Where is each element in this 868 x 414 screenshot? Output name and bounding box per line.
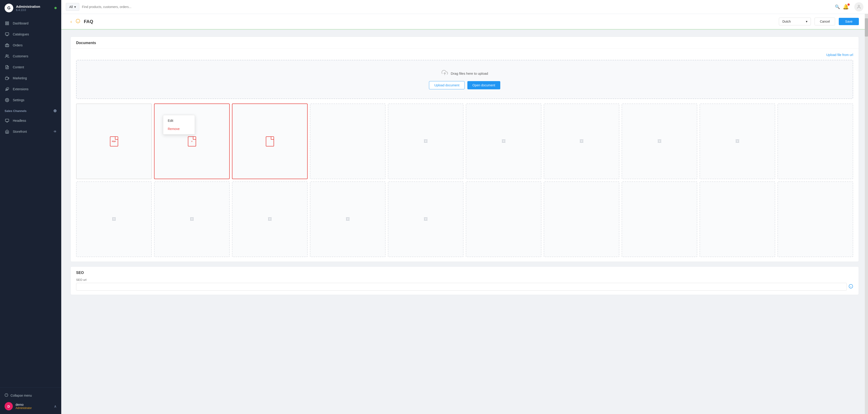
image-placeholder-icon-6: 🖼: [502, 139, 506, 144]
sidebar-item-storefront[interactable]: Storefront 👁: [0, 126, 61, 137]
svg-point-5: [6, 55, 7, 56]
sidebar-item-storefront-label: Storefront: [13, 130, 27, 133]
image-placeholder-icon-11: 🖼: [112, 217, 116, 222]
customers-icon: [5, 54, 9, 59]
sidebar-item-headless[interactable]: Headless: [0, 115, 61, 126]
pdf-file-icon: PDF: [110, 136, 118, 147]
sidebar: G Administration 6.4.13.0 Dashboard Cata…: [0, 0, 61, 414]
collapse-icon: [5, 393, 8, 397]
open-document-button[interactable]: Open document: [467, 81, 500, 89]
pdf-file-icon-3: [266, 136, 274, 147]
upload-document-button[interactable]: Upload document: [429, 81, 465, 89]
file-cell-14[interactable]: 🖼: [310, 182, 385, 257]
storefront-icon: [5, 129, 9, 134]
sidebar-item-customers-label: Customers: [13, 54, 28, 58]
sidebar-item-catalogues[interactable]: Catalogues: [0, 29, 61, 40]
seo-url-input[interactable]: [76, 283, 847, 291]
collapse-menu-button[interactable]: Collapse menu: [5, 391, 57, 400]
file-cell-4[interactable]: [310, 103, 385, 179]
sidebar-item-content[interactable]: Content: [0, 62, 61, 73]
file-cell-18[interactable]: [622, 182, 697, 257]
sidebar-item-catalogues-label: Catalogues: [13, 32, 29, 36]
page-header: ‹ FAQ Dutch ▾ Cancel Save: [61, 14, 868, 30]
back-button[interactable]: ‹: [70, 19, 72, 24]
svg-rect-14: [5, 119, 9, 122]
search-type-label: All: [69, 5, 73, 9]
sidebar-nav: Dashboard Catalogues Orders Customers Co…: [0, 16, 61, 387]
scrollbar-thumb[interactable]: [865, 18, 868, 37]
search-input[interactable]: [82, 5, 832, 9]
svg-rect-3: [7, 24, 9, 25]
file-cell-6[interactable]: 🖼: [466, 103, 541, 179]
file-cell-13[interactable]: 🖼: [232, 182, 308, 257]
file-cell-12[interactable]: 🖼: [154, 182, 230, 257]
info-icon[interactable]: [76, 19, 80, 25]
file-cell-7[interactable]: 🖼: [544, 103, 619, 179]
seo-section-title: SEO: [76, 271, 853, 275]
dashboard-icon: [5, 21, 9, 26]
svg-rect-0: [5, 22, 7, 23]
page-scrollbar[interactable]: [865, 14, 868, 414]
file-cell-10[interactable]: [777, 103, 853, 179]
catalogues-icon: [5, 32, 9, 37]
storefront-eye-icon[interactable]: 👁: [54, 130, 57, 133]
file-cell-15[interactable]: 🖼: [388, 182, 463, 257]
sidebar-header: G Administration 6.4.13.0: [0, 0, 61, 16]
dropzone[interactable]: Drag files here to upload Upload documen…: [76, 60, 853, 99]
notification-button[interactable]: 🔔: [843, 4, 849, 10]
svg-rect-4: [5, 33, 9, 35]
user-avatar: D: [5, 402, 13, 410]
sidebar-item-dashboard[interactable]: Dashboard: [0, 18, 61, 29]
context-menu-remove[interactable]: Remove: [163, 125, 195, 133]
file-cell-5[interactable]: 🖼: [388, 103, 463, 179]
sidebar-item-extensions[interactable]: Extensions: [0, 84, 61, 95]
sidebar-item-extensions-label: Extensions: [13, 87, 28, 91]
sidebar-item-customers[interactable]: Customers: [0, 51, 61, 62]
sidebar-item-orders[interactable]: Orders: [0, 40, 61, 51]
file-cell-20[interactable]: [777, 182, 853, 257]
sidebar-item-marketing-label: Marketing: [13, 76, 27, 80]
cancel-button[interactable]: Cancel: [814, 18, 835, 25]
svg-rect-1: [7, 22, 9, 23]
add-sales-channel-icon[interactable]: ⊕: [53, 108, 57, 113]
file-cell-9[interactable]: 🖼: [700, 103, 775, 179]
extensions-icon: [5, 87, 9, 92]
svg-rect-2: [5, 24, 7, 25]
page-title: FAQ: [84, 19, 775, 24]
context-menu-edit[interactable]: Edit: [163, 117, 195, 125]
svg-point-16: [858, 5, 860, 7]
sidebar-item-content-label: Content: [13, 65, 24, 69]
collapse-menu-label: Collapse menu: [10, 394, 32, 397]
pdf-file-icon-2: U: [188, 136, 196, 147]
file-cell-1[interactable]: PDF: [76, 103, 152, 179]
dropzone-text: Drag files here to upload: [451, 71, 488, 75]
topbar: All ▾ 🔍 🔔: [61, 0, 868, 14]
file-cell-16[interactable]: [466, 182, 541, 257]
sales-channels-label: Sales Channels: [5, 109, 27, 113]
file-cell-3[interactable]: [232, 103, 308, 179]
settings-icon: [5, 98, 9, 103]
sidebar-item-settings[interactable]: Settings: [0, 95, 61, 105]
sales-channels-header: Sales Channels ⊕: [0, 105, 61, 115]
language-label: Dutch: [782, 20, 791, 23]
content-area: Documents Upload file from url Drag file…: [61, 30, 868, 302]
file-cell-17[interactable]: [544, 182, 619, 257]
language-selector[interactable]: Dutch ▾: [779, 18, 811, 25]
image-placeholder-icon-7: 🖼: [580, 139, 584, 144]
search-type-button[interactable]: All ▾: [66, 3, 79, 11]
upload-from-url-link[interactable]: Upload file from url: [827, 53, 854, 57]
user-menu-chevron-icon[interactable]: ∧: [54, 404, 57, 409]
user-name: demo: [16, 403, 51, 407]
sidebar-item-marketing[interactable]: Marketing: [0, 73, 61, 84]
sidebar-item-settings-label: Settings: [13, 98, 25, 102]
save-button[interactable]: Save: [839, 18, 859, 25]
search-icon[interactable]: 🔍: [835, 4, 840, 9]
file-cell-8[interactable]: 🖼: [622, 103, 697, 179]
file-cell-11[interactable]: 🖼: [76, 182, 152, 257]
marketing-icon: [5, 76, 9, 81]
file-cell-19[interactable]: [700, 182, 775, 257]
user-profile-button[interactable]: [854, 2, 863, 11]
image-placeholder-icon-5: 🖼: [424, 139, 428, 144]
app-name: Administration: [16, 5, 40, 8]
seo-info-icon[interactable]: [848, 284, 853, 290]
